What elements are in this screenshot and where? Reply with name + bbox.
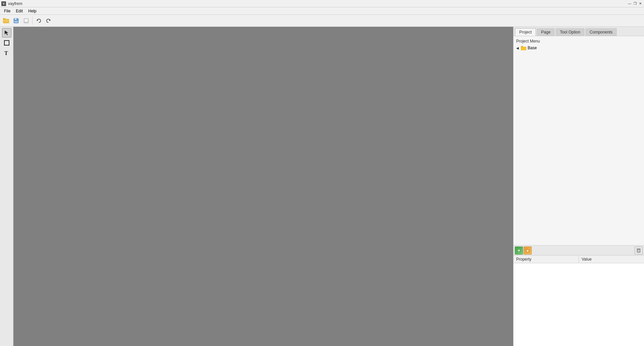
svg-rect-16 <box>521 46 523 47</box>
main-area: T Project Page Tool Option Components Pr… <box>0 27 644 346</box>
menu-file[interactable]: File <box>1 8 13 14</box>
toolbar-separator-1 <box>32 17 33 25</box>
title-text: vayfrem <box>8 1 22 6</box>
svg-rect-13 <box>4 41 9 45</box>
tab-page[interactable]: Page <box>537 28 555 36</box>
tree-label-base: Base <box>528 46 537 50</box>
tab-components[interactable]: Components <box>585 28 617 36</box>
svg-rect-6 <box>14 21 18 23</box>
svg-rect-2 <box>4 20 8 21</box>
app-icon: V <box>1 1 6 6</box>
text-tool-button[interactable]: T <box>2 48 11 58</box>
menu-edit[interactable]: Edit <box>13 8 25 14</box>
export-button[interactable] <box>21 16 31 25</box>
left-tool-panel: T <box>0 27 13 346</box>
menu-help[interactable]: Help <box>25 8 39 14</box>
bottom-panel: Property Value <box>514 246 644 346</box>
minimize-button[interactable]: — <box>627 1 632 6</box>
property-column-header: Property <box>514 256 579 263</box>
title-bar: V vayfrem — ❐ ✕ <box>0 0 644 7</box>
svg-rect-1 <box>3 18 5 19</box>
tab-tool-option[interactable]: Tool Option <box>555 28 585 36</box>
open-folder-button[interactable] <box>1 16 11 25</box>
svg-rect-8 <box>24 19 28 22</box>
close-button[interactable]: ✕ <box>638 1 643 6</box>
svg-rect-27 <box>638 248 639 249</box>
redo-button[interactable] <box>44 16 53 25</box>
canvas-area[interactable] <box>13 27 513 346</box>
svg-rect-15 <box>521 47 526 50</box>
save-button[interactable] <box>11 16 21 25</box>
bottom-toolbar-left <box>515 247 532 255</box>
property-table: Property Value <box>514 256 644 346</box>
tree-item-base[interactable]: ◀ Base <box>514 45 644 51</box>
tree-arrow-base: ◀ <box>516 46 520 50</box>
project-panel: Project Menu ◀ Base <box>514 36 644 245</box>
right-tabs: Project Page Tool Option Components <box>514 27 644 36</box>
add-folder-button[interactable] <box>524 247 532 255</box>
folder-icon-base <box>521 46 526 50</box>
property-header-row: Property Value <box>514 256 644 263</box>
toolbar <box>0 15 644 27</box>
rectangle-tool-button[interactable] <box>2 38 11 48</box>
svg-rect-22 <box>525 248 527 250</box>
add-item-button[interactable] <box>515 247 523 255</box>
delete-button[interactable] <box>635 247 643 255</box>
project-menu-label: Project Menu <box>514 38 644 45</box>
svg-rect-18 <box>517 249 519 250</box>
svg-rect-5 <box>15 18 16 20</box>
svg-text:T: T <box>4 50 8 56</box>
tab-project[interactable]: Project <box>515 28 536 36</box>
right-panel: Project Page Tool Option Components Proj… <box>513 27 644 346</box>
restore-button[interactable]: ❐ <box>633 1 637 6</box>
window-controls: — ❐ ✕ <box>627 1 643 6</box>
value-column-header: Value <box>579 256 644 263</box>
undo-button[interactable] <box>34 16 43 25</box>
svg-marker-12 <box>5 30 8 35</box>
select-tool-button[interactable] <box>2 28 11 38</box>
bottom-toolbar <box>514 246 644 256</box>
svg-rect-9 <box>24 22 28 23</box>
title-bar-left: V vayfrem <box>1 1 22 6</box>
menu-bar: File Edit Help <box>0 7 644 15</box>
